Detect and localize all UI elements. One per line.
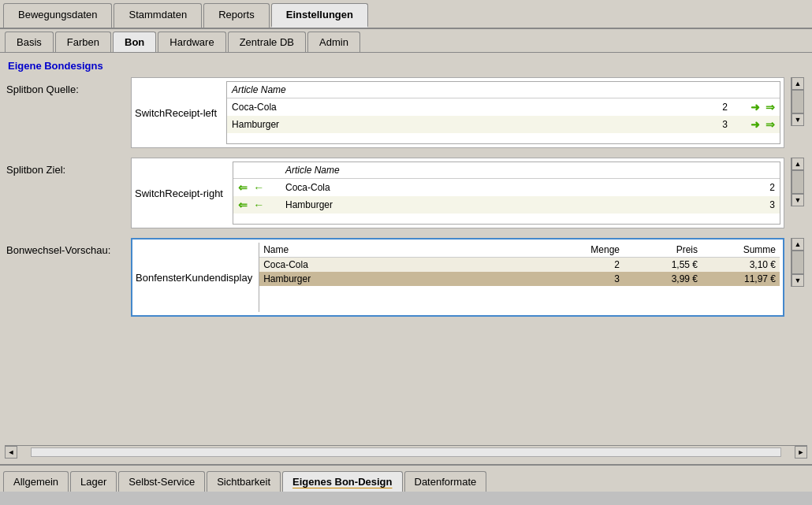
tab-sichtbarkeit[interactable]: Sichtbarkeit xyxy=(207,471,281,492)
item-arrows[interactable]: ➜ ⇒ xyxy=(732,116,780,133)
col-arrows-left-header xyxy=(233,162,281,179)
col-preis: Preis xyxy=(624,243,702,258)
item-qty: 2 xyxy=(709,98,732,117)
scroll-thumb[interactable] xyxy=(792,170,804,194)
bonfenster-label: BonfensterKundendisplay xyxy=(136,272,252,284)
bottom-tab-bar: Allgemein Lager Selbst-Service Sichtbark… xyxy=(0,464,812,492)
arrow-single-right[interactable]: ➜ xyxy=(751,101,760,113)
scroll-track[interactable] xyxy=(792,170,804,194)
col-name: Name xyxy=(259,243,546,258)
side-scrollbar-ziel[interactable]: ▲ ▼ xyxy=(791,158,804,206)
splitbon-ziel-table: Article Name ⇐ ← Coca xyxy=(233,162,780,214)
item-arrows-left[interactable]: ⇐ ← xyxy=(233,196,281,214)
tab-zentrale-db[interactable]: Zentrale DB xyxy=(228,32,306,52)
item-name: Hamburger xyxy=(259,272,546,286)
splitbon-ziel-row: Splitbon Ziel: SwitchReceipt-right Artic… xyxy=(6,158,804,228)
arrow-double-left[interactable]: ⇐ xyxy=(238,181,248,194)
bonwechsel-label: Bonwechsel-Vorschau: xyxy=(6,238,125,256)
arrow-double-left[interactable]: ⇐ xyxy=(238,199,248,211)
side-scrollbar-bonwechsel[interactable]: ▲ ▼ xyxy=(791,238,804,287)
h-scroll-right-btn[interactable]: ► xyxy=(795,446,807,459)
scroll-down-btn[interactable]: ▼ xyxy=(792,194,804,206)
arrow-double-right[interactable]: ⇒ xyxy=(765,101,775,113)
col-article-name-right: Article Name xyxy=(281,162,756,179)
switchreceipt-left-label: SwitchReceipt-left xyxy=(135,107,217,119)
tab-farben[interactable]: Farben xyxy=(55,32,111,52)
col-summe: Summe xyxy=(702,243,780,258)
item-summe: 11,97 € xyxy=(702,272,780,286)
scroll-down-btn[interactable]: ▼ xyxy=(792,274,804,287)
table-row: Coca-Cola 2 ➜ ⇒ xyxy=(227,98,780,117)
scroll-thumb[interactable] xyxy=(792,251,804,274)
item-menge: 2 xyxy=(546,258,624,273)
top-tab-bar: Bewegungsdaten Stammdaten Reports Einste… xyxy=(0,0,812,29)
h-scroll-track[interactable] xyxy=(31,447,781,457)
tab-admin[interactable]: Admin xyxy=(307,32,360,52)
switchreceipt-right-label: SwitchReceipt-right xyxy=(135,188,223,199)
arrow-single-left[interactable]: ← xyxy=(253,199,264,211)
scroll-up-btn[interactable]: ▲ xyxy=(792,238,804,251)
side-scrollbar-quelle[interactable]: ▲ ▼ xyxy=(791,77,804,126)
splitbon-quelle-table: Article Name Coca-Cola 2 xyxy=(227,82,780,133)
item-menge: 3 xyxy=(546,272,624,286)
col-arrows-header xyxy=(732,82,780,98)
col-qty-header xyxy=(709,82,732,98)
item-name: Hamburger xyxy=(227,116,709,133)
main-content: Eigene Bondesigns Splitbon Quelle: Switc… xyxy=(0,53,812,464)
tab-selbst-service[interactable]: Selbst-Service xyxy=(118,471,205,492)
scroll-track[interactable] xyxy=(792,90,804,113)
item-preis: 1,55 € xyxy=(624,258,702,273)
item-arrows[interactable]: ➜ ⇒ xyxy=(732,98,780,117)
section-header: Eigene Bondesigns xyxy=(5,58,807,74)
tab-basis[interactable]: Basis xyxy=(5,32,54,52)
scroll-thumb[interactable] xyxy=(792,90,804,113)
item-summe: 3,10 € xyxy=(702,258,780,273)
scroll-track[interactable] xyxy=(792,251,804,274)
tab-hardware[interactable]: Hardware xyxy=(158,32,225,52)
scroll-up-btn[interactable]: ▲ xyxy=(792,77,804,90)
table-row: Hamburger 3 ➜ ⇒ xyxy=(227,116,780,133)
tab-bon[interactable]: Bon xyxy=(113,32,156,52)
scroll-up-btn[interactable]: ▲ xyxy=(792,158,804,170)
tab-eigenes-bon-design[interactable]: Eigenes Bon-Design xyxy=(282,471,402,492)
arrow-double-right[interactable]: ⇒ xyxy=(765,118,775,131)
tab-lager[interactable]: Lager xyxy=(70,471,117,492)
splitbon-ziel-label: Splitbon Ziel: xyxy=(6,158,125,176)
table-row: ⇐ ← Coca-Cola 2 xyxy=(233,179,780,197)
col-qty-right-header xyxy=(756,162,780,179)
table-row: Coca-Cola 2 1,55 € 3,10 € xyxy=(259,258,780,273)
horizontal-scrollbar[interactable]: ◄ ► xyxy=(5,445,807,458)
bonwechsel-table: Name Menge Preis Summe Coca-Cola 2 xyxy=(259,243,780,286)
tab-allgemein[interactable]: Allgemein xyxy=(3,471,69,492)
item-qty: 3 xyxy=(709,116,732,133)
table-row: Hamburger 3 3,99 € 11,97 € xyxy=(259,272,780,286)
tab-stammdaten[interactable]: Stammdaten xyxy=(114,3,202,28)
tab-datenformate[interactable]: Datenformate xyxy=(404,471,487,492)
splitbon-quelle-label: Splitbon Quelle: xyxy=(6,77,125,95)
arrow-single-right[interactable]: ➜ xyxy=(751,118,760,131)
scroll-area[interactable]: Splitbon Quelle: SwitchReceipt-left Arti… xyxy=(5,77,807,440)
col-article-name: Article Name xyxy=(227,82,709,98)
h-scroll-left-btn[interactable]: ◄ xyxy=(5,446,17,459)
table-row: ⇐ ← Hamburger 3 xyxy=(233,196,780,214)
item-name: Coca-Cola xyxy=(227,98,709,117)
second-tab-bar: Basis Farben Bon Hardware Zentrale DB Ad… xyxy=(0,29,812,53)
item-name: Coca-Cola xyxy=(281,179,756,197)
scroll-down-btn[interactable]: ▼ xyxy=(792,113,804,126)
item-name: Hamburger xyxy=(281,196,756,214)
arrow-single-left[interactable]: ← xyxy=(253,181,264,194)
tab-einstellungen[interactable]: Einstellungen xyxy=(271,3,368,28)
col-menge: Menge xyxy=(546,243,624,258)
item-qty: 3 xyxy=(756,196,780,214)
item-name: Coca-Cola xyxy=(259,258,546,273)
item-preis: 3,99 € xyxy=(624,272,702,286)
item-arrows-left[interactable]: ⇐ ← xyxy=(233,179,281,197)
item-qty: 2 xyxy=(756,179,780,197)
splitbon-quelle-row: Splitbon Quelle: SwitchReceipt-left Arti… xyxy=(6,77,804,148)
bonwechsel-row: Bonwechsel-Vorschau: BonfensterKundendis… xyxy=(6,238,804,317)
tab-bewegungsdaten[interactable]: Bewegungsdaten xyxy=(3,3,112,28)
tab-reports[interactable]: Reports xyxy=(203,3,270,28)
